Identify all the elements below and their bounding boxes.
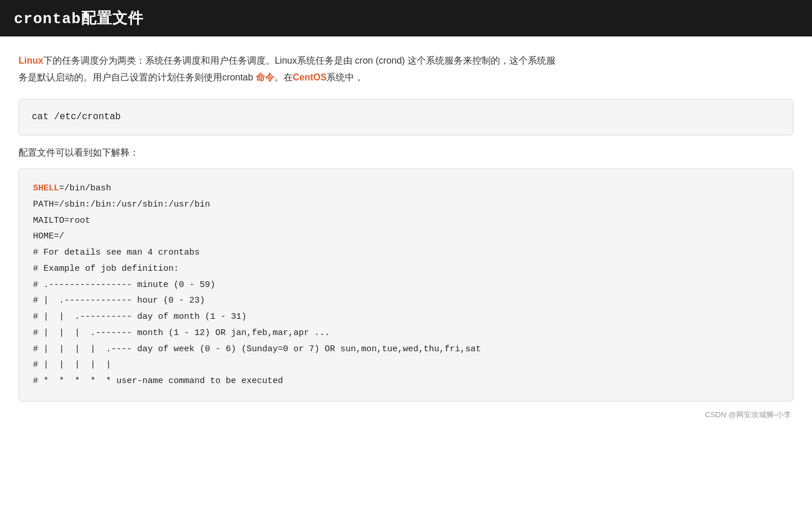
line7: # .---------------- minute (0 - 59) bbox=[33, 280, 215, 290]
title-mono: crontab bbox=[14, 10, 81, 28]
line5: # For details see man 4 crontabs bbox=[33, 248, 200, 258]
main-content: Linux下的任务调度分为两类：系统任务调度和用户任务调度。Linux系统任务是… bbox=[0, 36, 812, 443]
cat-command-text: cat /etc/crontab bbox=[32, 112, 121, 122]
intro-part4: 。在 bbox=[274, 72, 293, 82]
intro-part3: 务是默认启动的。用户自己设置的计划任务则使用crontab bbox=[19, 72, 256, 82]
cmd-highlight: 命令 bbox=[256, 72, 274, 82]
centos-highlight: CentOS bbox=[293, 72, 327, 82]
cat-command-block: cat /etc/crontab bbox=[19, 99, 793, 136]
shell-keyword: SHELL bbox=[33, 183, 59, 193]
line1-rest: =/bin/bash bbox=[59, 183, 111, 193]
section-subtitle: 配置文件可以看到如下解释： bbox=[19, 147, 793, 159]
linux-highlight: Linux bbox=[19, 56, 43, 65]
page-header: crontab配置文件 bbox=[0, 0, 812, 36]
line8: # | .------------- hour (0 - 23) bbox=[33, 296, 205, 306]
line9: # | | .---------- day of month (1 - 31) bbox=[33, 312, 247, 322]
intro-part5: 系统中， bbox=[326, 72, 363, 82]
page-title: crontab配置文件 bbox=[14, 8, 144, 28]
line4: HOME=/ bbox=[33, 231, 64, 241]
intro-paragraph: Linux下的任务调度分为两类：系统任务调度和用户任务调度。Linux系统任务是… bbox=[19, 53, 793, 86]
crontab-content-block: SHELL=/bin/bash PATH=/sbin:/bin:/usr/sbi… bbox=[19, 168, 793, 402]
watermark-text: CSDN @网安攻城狮-小李 bbox=[19, 410, 793, 420]
line3: MAILTO=root bbox=[33, 216, 90, 226]
line10: # | | | .------- month (1 - 12) OR jan,f… bbox=[33, 328, 330, 338]
line11: # | | | | .---- day of week (0 - 6) (Sun… bbox=[33, 344, 481, 354]
line2: PATH=/sbin:/bin:/usr/sbin:/usr/bin bbox=[33, 200, 210, 209]
line6: # Example of job definition: bbox=[33, 264, 179, 274]
line12: # | | | | | bbox=[33, 360, 111, 370]
title-suffix: 配置文件 bbox=[81, 9, 144, 27]
intro-part2: 下的任务调度分为两类：系统任务调度和用户任务调度。Linux系统任务是由 cro… bbox=[43, 56, 556, 65]
line13: # * * * * * user-name command to be exec… bbox=[33, 376, 283, 386]
